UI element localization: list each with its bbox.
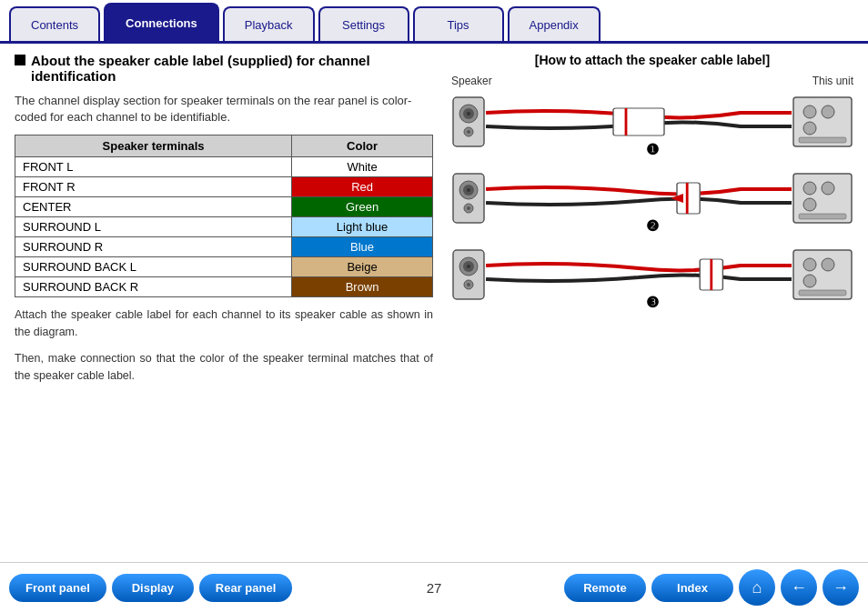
svg-rect-12: [799, 137, 846, 143]
terminal-cell: SURROUND R: [15, 237, 292, 257]
section-subtitle: The channel display section for speaker …: [15, 93, 433, 125]
svg-point-32: [467, 283, 470, 286]
tab-appendix[interactable]: Appendix: [508, 6, 601, 41]
table-row: SURROUND BACK LBeige: [15, 257, 433, 277]
step-number-2: ❷: [646, 217, 659, 235]
table-row: FRONT LWhite: [15, 157, 433, 177]
cable-svg-3: [486, 252, 792, 297]
right-panel: [How to attach the speaker cable label] …: [451, 53, 853, 544]
remote-button[interactable]: Remote: [564, 574, 646, 602]
step-number-1: ❶: [646, 141, 659, 158]
left-panel: About the speaker cable label (supplied)…: [15, 53, 433, 544]
diagram-step-3: ❸: [451, 242, 853, 307]
color-cell: Brown: [292, 277, 433, 297]
svg-rect-26: [799, 214, 846, 219]
table-row: SURROUND BACK RBrown: [15, 277, 433, 297]
color-cell: Red: [292, 177, 433, 197]
cable-svg-2: [486, 176, 792, 221]
color-cell: White: [292, 157, 433, 177]
forward-button[interactable]: →: [823, 569, 859, 606]
speaker-label: Speaker: [451, 75, 492, 87]
receiver-icon-2: [792, 172, 853, 225]
svg-point-18: [467, 206, 470, 210]
main-content: About the speaker cable label (supplied)…: [0, 44, 868, 553]
section-title-text: About the speaker cable label (supplied)…: [31, 53, 433, 84]
color-cell: Green: [292, 197, 433, 217]
terminal-cell: FRONT L: [15, 157, 292, 177]
svg-point-9: [803, 105, 816, 118]
diagram-labels: Speaker This unit: [451, 75, 853, 87]
cable-svg-1: [486, 99, 792, 145]
svg-point-38: [803, 275, 816, 287]
table-header-terminal: Speaker terminals: [15, 135, 292, 157]
cable-area-2: [486, 180, 792, 216]
terminal-cell: CENTER: [15, 197, 292, 217]
tab-connections[interactable]: Connections: [104, 3, 219, 41]
front-panel-button[interactable]: Front panel: [9, 574, 106, 602]
speaker-icon-1: [451, 95, 486, 148]
diagram-wrapper: ❶: [451, 89, 853, 307]
receiver-icon-1: [792, 95, 853, 148]
description-text-1: Attach the speaker cable label for each …: [15, 306, 433, 341]
color-cell: Beige: [292, 257, 433, 277]
description-text-2: Then, make connection so that the color …: [15, 350, 433, 385]
top-navigation: Contents Connections Playback Settings T…: [0, 0, 868, 44]
rear-panel-button[interactable]: Rear panel: [199, 574, 292, 602]
table-row: SURROUND LLight blue: [15, 217, 433, 237]
svg-point-30: [467, 265, 470, 268]
page-number: 27: [427, 580, 442, 596]
speaker-icon-2: [451, 172, 486, 225]
home-button[interactable]: ⌂: [739, 569, 775, 606]
tab-playback[interactable]: Playback: [223, 6, 315, 41]
svg-point-37: [822, 258, 834, 271]
speaker-icon-3: [451, 248, 486, 301]
svg-point-23: [803, 182, 816, 195]
speaker-table: Speaker terminals Color FRONT LWhiteFRON…: [15, 135, 433, 297]
display-button[interactable]: Display: [112, 574, 194, 602]
cable-area-3: [486, 256, 792, 293]
title-square-icon: [15, 55, 25, 65]
svg-point-36: [803, 258, 816, 271]
terminal-cell: SURROUND BACK L: [15, 257, 292, 277]
cable-area-1: [486, 104, 792, 140]
bottom-nav-left: Front panel Display Rear panel: [0, 574, 292, 602]
svg-point-16: [467, 188, 470, 192]
svg-point-11: [803, 122, 816, 135]
terminal-cell: SURROUND BACK R: [15, 277, 292, 297]
table-row: FRONT RRed: [15, 177, 433, 197]
back-icon: ←: [791, 578, 807, 597]
svg-point-10: [822, 105, 834, 118]
bottom-nav-right: Remote Index ⌂ ← →: [564, 569, 859, 606]
terminal-cell: FRONT R: [15, 177, 292, 197]
terminal-cell: SURROUND L: [15, 217, 292, 237]
back-button[interactable]: ←: [781, 569, 817, 606]
tab-contents[interactable]: Contents: [9, 6, 100, 41]
step-number-3: ❸: [646, 294, 659, 311]
svg-point-3: [467, 112, 470, 115]
unit-label: This unit: [812, 75, 853, 87]
section-title: About the speaker cable label (supplied)…: [15, 53, 433, 84]
color-cell: Light blue: [292, 217, 433, 237]
how-to-title: [How to attach the speaker cable label]: [535, 53, 770, 67]
table-row: CENTERGreen: [15, 197, 433, 217]
bottom-navigation: Front panel Display Rear panel 27 Remote…: [0, 562, 868, 612]
color-cell: Blue: [292, 237, 433, 257]
diagram-step-1: ❶: [451, 89, 853, 155]
table-header-color: Color: [292, 135, 433, 157]
forward-icon: →: [833, 578, 849, 597]
tab-tips[interactable]: Tips: [413, 6, 504, 41]
table-row: SURROUND RBlue: [15, 237, 433, 257]
tab-settings[interactable]: Settings: [318, 6, 409, 41]
home-icon: ⌂: [752, 578, 762, 597]
svg-point-25: [803, 198, 816, 211]
svg-rect-39: [799, 290, 846, 296]
svg-rect-6: [613, 108, 664, 135]
svg-point-24: [822, 182, 834, 195]
index-button[interactable]: Index: [651, 574, 733, 602]
receiver-icon-3: [792, 248, 853, 301]
svg-point-5: [467, 130, 470, 134]
diagram-step-2: ❷: [451, 166, 853, 231]
